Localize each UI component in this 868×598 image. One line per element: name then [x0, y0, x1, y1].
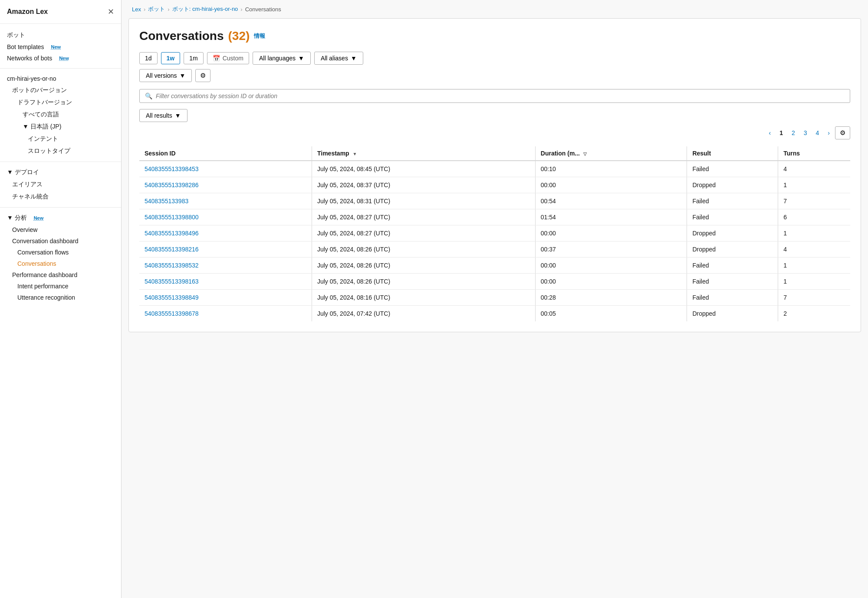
sidebar-item-slot-types[interactable]: スロットタイプ [0, 145, 121, 157]
sidebar-item-conversations[interactable]: Conversations [0, 258, 121, 269]
sidebar-item-utterance-recog[interactable]: Utterance recognition [0, 292, 121, 303]
cell-session-id: 5408355513398678 [139, 306, 312, 322]
cell-duration: 00:10 [535, 161, 687, 177]
sidebar-item-bot-versions[interactable]: ボットのバージョン [0, 84, 121, 96]
cell-timestamp: July 05, 2024, 08:26 (UTC) [312, 241, 535, 258]
cell-turns: 6 [778, 209, 850, 225]
toolbar-row2: All versions ▼ ⚙ [139, 69, 850, 82]
pagination-gear-button[interactable]: ⚙ [835, 126, 850, 139]
cell-timestamp: July 05, 2024, 08:31 (UTC) [312, 193, 535, 209]
custom-date-button[interactable]: 📅 Custom [207, 52, 249, 64]
cell-result: Failed [687, 290, 778, 306]
cell-result: Failed [687, 209, 778, 225]
breadcrumb-bots[interactable]: ボット [148, 5, 165, 13]
close-sidebar-button[interactable]: ✕ [108, 7, 114, 17]
breadcrumb-bot-name[interactable]: ボット: cm-hirai-yes-or-no [172, 5, 238, 13]
toolbar-row1: 1d 1w 1m 📅 Custom All languages ▼ All al… [139, 52, 850, 65]
sidebar-bot-name[interactable]: cm-hirai-yes-or-no [0, 73, 121, 84]
info-link[interactable]: 情報 [254, 32, 265, 40]
next-page-button[interactable]: › [824, 128, 833, 138]
table-row: 5408355513398532 July 05, 2024, 08:26 (U… [139, 258, 850, 274]
dropdown-arrow-icon2: ▼ [351, 55, 357, 62]
sidebar-item-intent-perf[interactable]: Intent performance [0, 281, 121, 292]
session-id-link[interactable]: 5408355513398496 [145, 230, 199, 237]
sidebar-bot-section: cm-hirai-yes-or-no ボットのバージョン ドラフトバージョン す… [0, 71, 121, 159]
table-row: 5408355513398453 July 05, 2024, 08:45 (U… [139, 161, 850, 177]
all-aliases-label: All aliases [321, 55, 348, 62]
calendar-icon: 📅 [213, 55, 220, 62]
sidebar-deploy-section: ▼ デプロイ エイリアス チャネル統合 [0, 165, 121, 205]
session-id-link[interactable]: 5408355513398216 [145, 246, 199, 253]
cell-session-id: 5408355513398496 [139, 225, 312, 241]
breadcrumb: Lex › ボット › ボット: cm-hirai-yes-or-no › Co… [122, 0, 868, 18]
all-results-button[interactable]: All results ▼ [139, 109, 187, 122]
cell-duration: 00:37 [535, 241, 687, 258]
main-content: Lex › ボット › ボット: cm-hirai-yes-or-no › Co… [122, 0, 868, 598]
cell-turns: 2 [778, 306, 850, 322]
sidebar-item-perf-dashboard[interactable]: Performance dashboard [0, 269, 121, 281]
session-id-link[interactable]: 5408355513398163 [145, 278, 199, 285]
page-4-button[interactable]: 4 [812, 128, 823, 138]
session-id-link[interactable]: 5408355513398849 [145, 294, 199, 301]
sidebar-item-jp-lang[interactable]: ▼ 日本語 (JP) [0, 121, 121, 133]
page-3-button[interactable]: 3 [800, 128, 811, 138]
cell-duration: 00:00 [535, 177, 687, 193]
conversation-count: (32) [228, 29, 250, 43]
cell-session-id: 5408355513398163 [139, 274, 312, 290]
sidebar-item-conv-flows[interactable]: Conversation flows [0, 247, 121, 258]
page-2-button[interactable]: 2 [788, 128, 799, 138]
session-id-link[interactable]: 5408355513398532 [145, 262, 199, 269]
sidebar-top-sections: ボット Bot templates New Networks of bots N… [0, 27, 121, 66]
cell-result: Failed [687, 161, 778, 177]
sidebar-item-bot-templates[interactable]: Bot templates New [0, 41, 121, 53]
session-id-link[interactable]: 5408355513398678 [145, 310, 199, 317]
dropdown-arrow-icon3: ▼ [180, 72, 186, 79]
conversations-table: Session ID Timestamp ▼ Duration (m... ▽ … [139, 146, 850, 321]
col-header-duration[interactable]: Duration (m... ▽ [535, 146, 687, 161]
col-header-session-id: Session ID [139, 146, 312, 161]
search-icon: 🔍 [145, 93, 152, 99]
cell-turns: 1 [778, 274, 850, 290]
pagination-bar: ‹ 1 2 3 4 › ⚙ [139, 126, 850, 139]
prev-page-button[interactable]: ‹ [765, 128, 774, 138]
search-input[interactable] [156, 93, 845, 99]
col-header-result: Result [687, 146, 778, 161]
sidebar-item-conv-dashboard[interactable]: Conversation dashboard [0, 235, 121, 247]
sidebar-item-bots[interactable]: ボット [0, 29, 121, 41]
cell-timestamp: July 05, 2024, 08:16 (UTC) [312, 290, 535, 306]
sidebar-item-all-languages[interactable]: すべての言語 [0, 109, 121, 121]
sidebar-deploy-header[interactable]: ▼ デプロイ [0, 166, 121, 178]
settings-gear-button[interactable]: ⚙ [195, 69, 210, 82]
time-1d-button[interactable]: 1d [139, 52, 158, 64]
breadcrumb-lex[interactable]: Lex [132, 6, 141, 13]
session-id-link[interactable]: 5408355513398800 [145, 214, 199, 221]
cell-result: Failed [687, 274, 778, 290]
cell-result: Dropped [687, 241, 778, 258]
results-filter-row: All results ▼ [139, 109, 850, 122]
time-1m-button[interactable]: 1m [184, 52, 203, 64]
sort-duration-icon: ▽ [583, 152, 587, 156]
session-id-link[interactable]: 5408355133983 [145, 198, 188, 205]
session-id-link[interactable]: 5408355513398453 [145, 165, 199, 172]
sidebar-analytics-header[interactable]: ▼ 分析 New [0, 212, 121, 224]
sidebar-item-alias[interactable]: エイリアス [0, 178, 121, 191]
session-id-link[interactable]: 5408355513398286 [145, 182, 199, 188]
all-languages-button[interactable]: All languages ▼ [253, 52, 311, 65]
sidebar-item-networks[interactable]: Networks of bots New [0, 53, 121, 64]
gear-icon: ⚙ [200, 72, 206, 79]
time-1w-button[interactable]: 1w [161, 52, 181, 64]
cell-result: Failed [687, 258, 778, 274]
page-1-button[interactable]: 1 [776, 128, 786, 138]
sidebar-item-intents[interactable]: インテント [0, 133, 121, 145]
sidebar-item-channel-integration[interactable]: チャネル統合 [0, 191, 121, 203]
sidebar-item-draft-version[interactable]: ドラフトバージョン [0, 96, 121, 109]
cell-timestamp: July 05, 2024, 08:37 (UTC) [312, 177, 535, 193]
sidebar-item-overview[interactable]: Overview [0, 224, 121, 235]
col-header-turns: Turns [778, 146, 850, 161]
col-header-timestamp[interactable]: Timestamp ▼ [312, 146, 535, 161]
all-aliases-button[interactable]: All aliases ▼ [314, 52, 363, 65]
all-versions-button[interactable]: All versions ▼ [139, 69, 192, 82]
table-row: 5408355513398496 July 05, 2024, 08:27 (U… [139, 225, 850, 241]
cell-turns: 1 [778, 225, 850, 241]
cell-duration: 00:05 [535, 306, 687, 322]
